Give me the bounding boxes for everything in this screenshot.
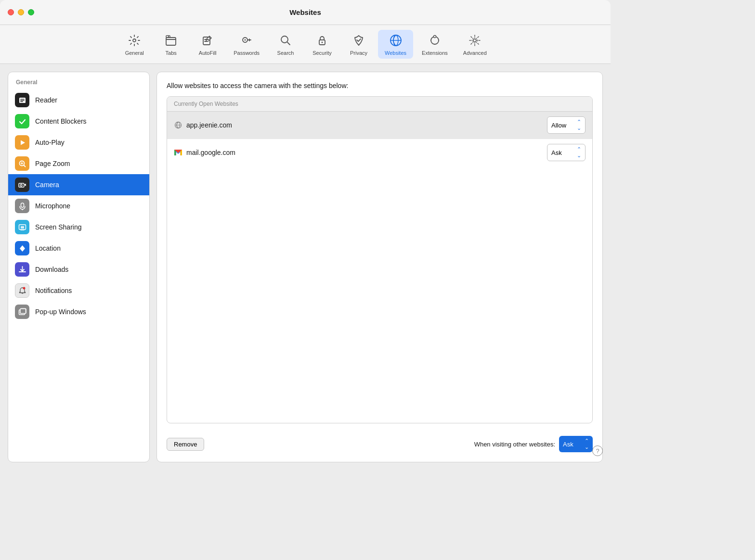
sidebar-item-screen-sharing-label: Screen Sharing [35, 223, 82, 231]
tab-websites[interactable]: Websites [378, 30, 413, 59]
tab-passwords-label: Passwords [234, 50, 260, 56]
other-websites-label: When visiting other websites: [474, 441, 555, 448]
sidebar-item-auto-play-label: Auto-Play [35, 139, 65, 146]
toolbar: General Tabs AutoFill [0, 25, 611, 64]
svg-point-6 [281, 36, 288, 43]
sidebar: General Reader Content Blockers [8, 72, 150, 462]
sidebar-item-location-label: Location [35, 244, 61, 252]
sidebar-item-microphone[interactable]: Microphone [8, 195, 149, 216]
other-chevron-icon: ⌃⌄ [585, 438, 589, 450]
svg-rect-17 [20, 101, 23, 102]
table-header: Currently Open Websites [167, 97, 592, 112]
other-websites-dropdown[interactable]: Ask ⌃⌄ [559, 436, 593, 452]
globe-icon [174, 121, 182, 129]
chevron-icon: ⌃⌄ [577, 146, 581, 159]
sidebar-item-auto-play[interactable]: Auto-Play [8, 132, 149, 153]
tab-privacy[interactable]: Privacy [341, 30, 376, 59]
reader-icon [15, 93, 29, 107]
sidebar-item-content-blockers[interactable]: Content Blockers [8, 111, 149, 132]
chevron-icon: ⌃⌄ [577, 119, 581, 131]
sidebar-group-label: General [8, 77, 149, 89]
tab-autofill[interactable]: AutoFill [190, 30, 225, 59]
tab-advanced-label: Advanced [463, 50, 487, 56]
tab-general-label: General [125, 50, 144, 56]
close-button[interactable] [8, 9, 14, 15]
sidebar-item-page-zoom-label: Page Zoom [35, 160, 70, 167]
screen-sharing-icon [15, 220, 29, 234]
tab-websites-label: Websites [385, 50, 406, 56]
sidebar-item-pop-up-windows-label: Pop-up Windows [35, 308, 86, 316]
gmail-icon [174, 148, 182, 157]
sidebar-item-page-zoom[interactable]: Page Zoom [8, 153, 149, 174]
sidebar-item-downloads-label: Downloads [35, 266, 68, 273]
pop-up-windows-icon [15, 305, 29, 319]
svg-point-20 [20, 184, 22, 186]
content-blockers-icon [15, 114, 29, 128]
advanced-icon [467, 33, 482, 48]
site-name-jeenie: app.jeenie.com [186, 121, 232, 129]
remove-button[interactable]: Remove [167, 438, 204, 451]
websites-table: Currently Open Websites app.jeenie.com A… [167, 96, 593, 423]
tab-general[interactable]: General [117, 30, 152, 59]
microphone-icon [15, 199, 29, 213]
tab-privacy-label: Privacy [350, 50, 367, 56]
tab-advanced[interactable]: Advanced [456, 30, 494, 59]
sidebar-item-notifications[interactable]: Notifications [8, 280, 149, 301]
content-panel: Allow websites to access the camera with… [156, 72, 603, 462]
svg-point-11 [433, 36, 436, 38]
page-zoom-icon [15, 156, 29, 171]
sidebar-item-camera[interactable]: Camera [8, 174, 149, 195]
row-left-gmail: mail.google.com [174, 148, 235, 157]
other-websites: When visiting other websites: Ask ⌃⌄ [474, 436, 593, 452]
notifications-icon [15, 283, 29, 298]
websites-icon [388, 33, 404, 48]
table-row[interactable]: app.jeenie.com Allow ⌃⌄ [167, 112, 592, 139]
svg-point-24 [23, 287, 25, 289]
svg-point-8 [322, 42, 323, 43]
tab-autofill-label: AutoFill [199, 50, 217, 56]
svg-point-0 [133, 39, 136, 42]
tab-search-label: Search [277, 50, 294, 56]
permission-dropdown-jeenie[interactable]: Allow ⌃⌄ [547, 116, 586, 134]
sidebar-item-notifications-label: Notifications [35, 287, 72, 294]
svg-point-5 [245, 39, 246, 41]
camera-icon [15, 178, 29, 192]
svg-rect-19 [19, 183, 24, 187]
tab-extensions-label: Extensions [422, 50, 448, 56]
security-icon [314, 33, 330, 48]
table-row[interactable]: mail.google.com Ask ⌃⌄ [167, 139, 592, 166]
search-icon [278, 33, 293, 48]
extensions-icon [427, 33, 443, 48]
tab-tabs[interactable]: Tabs [154, 30, 188, 59]
permission-dropdown-gmail[interactable]: Ask ⌃⌄ [547, 144, 586, 161]
svg-rect-21 [21, 203, 24, 207]
sidebar-item-reader[interactable]: Reader [8, 89, 149, 111]
help-button[interactable]: ? [592, 445, 603, 456]
content-description: Allow websites to access the camera with… [167, 82, 593, 89]
general-icon [127, 33, 142, 48]
sidebar-item-camera-label: Camera [35, 181, 59, 189]
sidebar-item-screen-sharing[interactable]: Screen Sharing [8, 216, 149, 238]
sidebar-item-pop-up-windows[interactable]: Pop-up Windows [8, 301, 149, 322]
location-icon [15, 241, 29, 255]
tabs-icon [163, 33, 179, 48]
privacy-icon [351, 33, 366, 48]
other-websites-value: Ask [563, 441, 573, 448]
sidebar-item-downloads[interactable]: Downloads [8, 259, 149, 280]
autofill-icon [200, 33, 215, 48]
tab-security[interactable]: Security [305, 30, 339, 59]
window-controls [8, 9, 34, 15]
auto-play-icon [15, 135, 29, 150]
tab-passwords[interactable]: Passwords [227, 30, 266, 59]
tab-search[interactable]: Search [268, 30, 303, 59]
maximize-button[interactable] [28, 9, 34, 15]
permission-value-jeenie: Allow [551, 122, 566, 129]
downloads-icon [15, 262, 29, 277]
tab-security-label: Security [312, 50, 332, 56]
tab-extensions[interactable]: Extensions [415, 30, 455, 59]
svg-rect-23 [21, 226, 24, 229]
svg-rect-26 [20, 308, 26, 313]
sidebar-item-reader-label: Reader [35, 96, 57, 104]
sidebar-item-location[interactable]: Location [8, 238, 149, 259]
minimize-button[interactable] [18, 9, 24, 15]
